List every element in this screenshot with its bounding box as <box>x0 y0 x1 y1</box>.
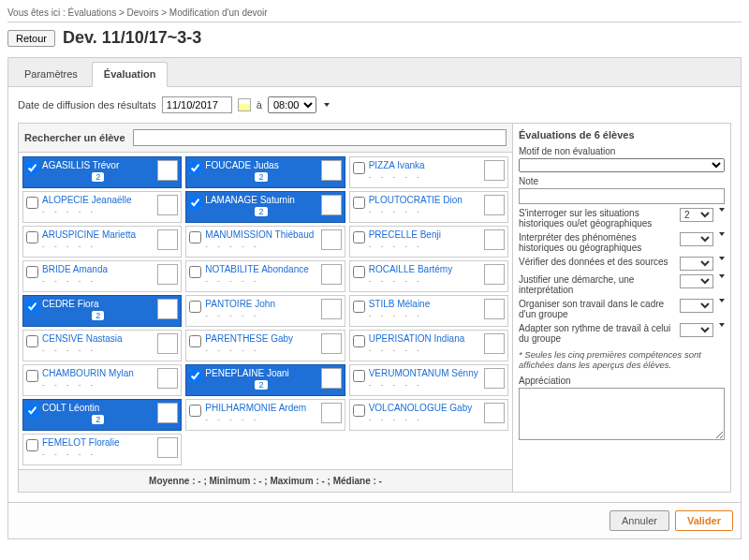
student-card[interactable]: MANUMISSION Thiébaud- - - - - <box>185 226 345 258</box>
search-input[interactable] <box>133 129 507 146</box>
student-name[interactable]: CENSIVE Nastasia <box>42 333 154 344</box>
student-checkbox[interactable] <box>353 162 365 174</box>
student-name[interactable]: PRECELLE Benji <box>369 229 480 240</box>
student-name[interactable]: PENEPLAINE Joani <box>205 368 316 378</box>
student-score-box[interactable] <box>484 160 505 181</box>
student-name[interactable]: ARUSPICINE Marietta <box>42 229 154 240</box>
validate-button[interactable]: Valider <box>675 510 733 531</box>
competence-select[interactable] <box>680 323 713 337</box>
student-card[interactable]: CEDRE Fiora2 <box>22 295 182 327</box>
tab-parametres[interactable]: Paramètres <box>12 62 90 86</box>
student-checkbox[interactable] <box>26 335 38 347</box>
tab-evaluation[interactable]: Évaluation <box>92 62 169 87</box>
student-name[interactable]: BRIDE Amanda <box>42 264 154 274</box>
student-score-box[interactable] <box>321 368 342 389</box>
student-checkbox[interactable] <box>26 439 38 451</box>
student-card[interactable]: PRECELLE Benji- - - - - <box>349 226 508 258</box>
student-checkbox[interactable] <box>26 231 38 243</box>
student-checkbox[interactable] <box>189 370 201 382</box>
note-input[interactable] <box>519 188 725 204</box>
student-name[interactable]: PARENTHESE Gaby <box>205 333 316 344</box>
student-checkbox[interactable] <box>353 335 365 347</box>
student-card[interactable]: LAMANAGE Saturnin2 <box>185 191 345 223</box>
student-score-box[interactable] <box>321 403 342 423</box>
student-checkbox[interactable] <box>26 162 38 174</box>
student-name[interactable]: VOLCANOLOGUE Gaby <box>369 403 480 413</box>
student-checkbox[interactable] <box>353 231 365 243</box>
student-checkbox[interactable] <box>353 197 365 209</box>
motif-select[interactable] <box>519 158 725 172</box>
student-score-box[interactable] <box>157 437 178 458</box>
student-score-box[interactable] <box>484 264 505 285</box>
student-score-box[interactable] <box>157 299 178 319</box>
student-score-box[interactable] <box>321 229 342 250</box>
student-card[interactable]: AGASILLIS Trévor2 <box>22 156 182 188</box>
student-card[interactable]: ROCAILLE Bartémy- - - - - <box>349 260 508 292</box>
competence-select[interactable] <box>680 274 713 288</box>
student-checkbox[interactable] <box>189 231 201 243</box>
date-input[interactable] <box>162 96 232 113</box>
student-score-box[interactable] <box>484 195 505 215</box>
student-score-box[interactable] <box>321 333 342 354</box>
student-checkbox[interactable] <box>353 370 365 382</box>
student-score-box[interactable] <box>484 229 505 250</box>
student-score-box[interactable] <box>157 264 178 285</box>
student-name[interactable]: AGASILLIS Trévor <box>42 160 154 170</box>
student-card[interactable]: CHAMBOURIN Mylan- - - - - <box>22 364 182 396</box>
student-name[interactable]: PANTOIRE John <box>205 299 316 309</box>
student-card[interactable]: STILB Mélaine- - - - - <box>349 295 508 327</box>
student-checkbox[interactable] <box>189 335 201 347</box>
student-score-box[interactable] <box>321 160 342 181</box>
student-score-box[interactable] <box>157 160 178 181</box>
student-checkbox[interactable] <box>189 405 201 417</box>
cancel-button[interactable]: Annuler <box>609 510 669 531</box>
student-card[interactable]: ARUSPICINE Marietta- - - - - <box>22 226 182 258</box>
appreciation-textarea[interactable] <box>519 388 725 440</box>
student-checkbox[interactable] <box>353 301 365 313</box>
competence-select[interactable]: 2 <box>680 208 713 222</box>
student-card[interactable]: FOUCADE Judas2 <box>185 156 345 188</box>
student-card[interactable]: PANTOIRE John- - - - - <box>185 295 345 327</box>
student-name[interactable]: NOTABILITE Abondance <box>205 264 316 274</box>
student-checkbox[interactable] <box>189 162 201 174</box>
student-score-box[interactable] <box>157 368 178 389</box>
student-score-box[interactable] <box>321 195 342 215</box>
student-card[interactable]: COLT Léontin2 <box>22 399 182 431</box>
calendar-icon[interactable] <box>238 98 251 111</box>
student-name[interactable]: PLOUTOCRATIE Dion <box>369 195 480 205</box>
student-card[interactable]: PARENTHESE Gaby- - - - - <box>185 330 345 361</box>
student-name[interactable]: ALOPECIE Jeanaëlle <box>42 195 154 205</box>
student-card[interactable]: PIZZA Ivanka- - - - - <box>349 156 508 188</box>
student-card[interactable]: PHILHARMONIE Ardem- - - - - <box>185 399 345 431</box>
student-name[interactable]: FOUCADE Judas <box>205 160 316 170</box>
student-name[interactable]: MANUMISSION Thiébaud <box>205 229 316 240</box>
student-score-box[interactable] <box>484 333 505 354</box>
student-name[interactable]: FEMELOT Floralie <box>42 437 154 448</box>
student-name[interactable]: PIZZA Ivanka <box>369 160 480 170</box>
student-checkbox[interactable] <box>26 370 38 382</box>
student-checkbox[interactable] <box>189 266 201 278</box>
student-checkbox[interactable] <box>189 197 201 209</box>
student-name[interactable]: CHAMBOURIN Mylan <box>42 368 154 378</box>
student-name[interactable]: ROCAILLE Bartémy <box>369 264 480 274</box>
student-card[interactable]: CENSIVE Nastasia- - - - - <box>22 330 182 361</box>
student-score-box[interactable] <box>157 403 178 423</box>
student-checkbox[interactable] <box>26 301 38 313</box>
student-checkbox[interactable] <box>26 197 38 209</box>
competence-select[interactable] <box>680 299 713 313</box>
student-name[interactable]: LAMANAGE Saturnin <box>205 195 316 205</box>
student-name[interactable]: UPERISATION Indiana <box>369 333 480 344</box>
student-card[interactable]: PENEPLAINE Joani2 <box>185 364 345 396</box>
competence-select[interactable] <box>680 257 713 271</box>
student-score-box[interactable] <box>157 195 178 215</box>
student-card[interactable]: ALOPECIE Jeanaëlle- - - - - <box>22 191 182 223</box>
student-score-box[interactable] <box>484 368 505 389</box>
student-name[interactable]: CEDRE Fiora <box>42 299 154 309</box>
student-score-box[interactable] <box>321 299 342 319</box>
student-name[interactable]: VERUMONTANUM Sénny <box>369 368 480 378</box>
student-card[interactable]: BRIDE Amanda- - - - - <box>22 260 182 292</box>
student-checkbox[interactable] <box>353 405 365 417</box>
student-card[interactable]: VERUMONTANUM Sénny- - - - - <box>349 364 508 396</box>
competence-select[interactable] <box>680 232 713 246</box>
student-checkbox[interactable] <box>26 405 38 417</box>
